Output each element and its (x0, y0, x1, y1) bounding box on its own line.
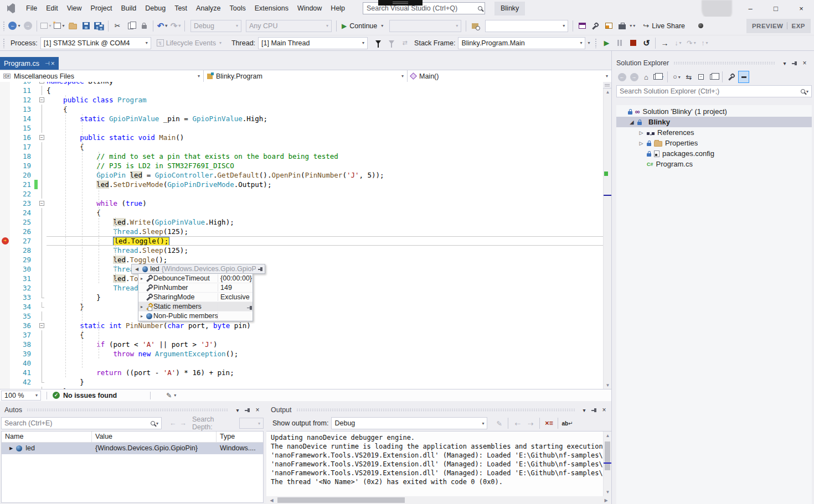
breadcrumb-member-dropdown[interactable]: Main()▾ (408, 70, 611, 82)
expander-icon[interactable]: ▸ (138, 276, 145, 281)
code-text[interactable]: static GpioPinValue _pin = GpioPinValue.… (47, 114, 267, 123)
search-back-icon[interactable]: ← (169, 419, 177, 427)
autos-row-led[interactable]: ▸led{Windows.Devices.Gpio.GpioPin}Window… (2, 443, 263, 454)
code-text[interactable]: namespace Blinky (47, 82, 113, 86)
close-icon[interactable]: × (599, 405, 609, 415)
breakpoint-margin[interactable] (0, 82, 10, 86)
menu-test[interactable]: Test (170, 0, 192, 17)
fold-margin[interactable] (38, 208, 47, 217)
breakpoint-margin[interactable] (0, 227, 10, 236)
clear-all-icon[interactable]: ×≡ (543, 417, 555, 430)
tree-item-references[interactable]: ▷References (616, 127, 812, 138)
solution-platform-combo[interactable]: Any CPU▾ (246, 20, 332, 32)
cut-button[interactable]: ✂ (111, 19, 123, 33)
menu-project[interactable]: Project (86, 0, 117, 17)
navigate-forward-button[interactable]: → (22, 19, 34, 33)
breakpoint-margin[interactable] (0, 199, 10, 208)
fold-margin[interactable] (38, 227, 47, 236)
lifecycle-events-button[interactable]: ↯ Lifecycle Events▾ (157, 37, 221, 50)
redo-button[interactable]: ↷▾ (169, 19, 182, 33)
close-icon[interactable]: × (800, 58, 810, 68)
expander-icon[interactable]: ▷ (638, 141, 644, 146)
toolbar-overflow-icon[interactable]: ▾ (630, 23, 632, 28)
fold-margin[interactable] (38, 358, 47, 368)
fold-margin[interactable] (38, 255, 47, 264)
break-all-button[interactable] (614, 37, 626, 50)
code-text[interactable]: public static void Main() (47, 133, 184, 142)
toolbar-grip[interactable] (595, 38, 597, 48)
datatip-row[interactable]: ▸Non-Public members (138, 311, 253, 321)
datatip-row[interactable]: ▸Static members (138, 302, 253, 311)
code-area[interactable]: 10−namespace Blinky11{12− public class P… (0, 82, 603, 389)
code-cleanup-dropdown-icon[interactable]: ▾ (174, 393, 176, 398)
expander-icon[interactable]: ▸ (138, 314, 145, 319)
breakpoint-margin[interactable] (0, 114, 10, 123)
menu-extensions[interactable]: Extensions (250, 0, 293, 17)
fold-margin[interactable] (38, 236, 47, 246)
fold-margin[interactable] (38, 368, 47, 377)
tree-item-solution-blinky-1-project-[interactable]: ∞Solution 'Blinky' (1 project) (616, 106, 812, 117)
breakpoint-margin[interactable] (0, 246, 10, 255)
output-horizontal-scrollbar[interactable]: ◀ ▶ (266, 496, 611, 504)
breakpoint-margin[interactable] (0, 283, 10, 293)
editor-vertical-scrollbar[interactable]: ▲ ▼ (603, 82, 611, 389)
solution-configuration-combo[interactable]: Debug▾ (190, 20, 241, 32)
properties-pages-icon[interactable] (708, 71, 719, 83)
code-text[interactable]: Thread.Sleep(125); (47, 246, 188, 255)
expander-icon[interactable]: ◢ (629, 119, 635, 125)
menu-file[interactable]: File (22, 0, 42, 17)
scroll-down-icon[interactable]: ▼ (604, 490, 611, 495)
restart-button[interactable]: ↺ (640, 37, 652, 50)
breakpoint-margin[interactable] (0, 189, 10, 199)
debug-target-combo[interactable]: ▾ (389, 20, 461, 32)
open-file-button[interactable] (66, 19, 79, 33)
flag-threads-button[interactable] (372, 37, 384, 50)
collapse-region-icon[interactable]: − (39, 135, 44, 140)
breakpoint-margin[interactable] (0, 152, 10, 161)
datatip-header[interactable]: ◀ led {Windows.Devices.Gpio.GpioPin} (131, 264, 265, 274)
tree-item-packages-config[interactable]: packages.config (616, 148, 812, 159)
home-icon[interactable]: ⌂ (641, 71, 652, 83)
thread-combo[interactable]: [1] Main Thread▾ (258, 37, 368, 49)
step-into-button[interactable]: ↓▾ (672, 37, 684, 50)
undo-button[interactable]: ↶▾ (156, 19, 168, 33)
previous-message-icon[interactable]: ⇠ (511, 417, 523, 430)
fold-margin[interactable] (38, 377, 47, 387)
code-text[interactable]: static int PinNumber(char port, byte pin… (47, 321, 251, 330)
fold-margin[interactable] (38, 274, 47, 283)
flagged-only-button[interactable] (385, 37, 398, 50)
properties-wrench-icon[interactable] (726, 71, 737, 83)
se-back-icon[interactable]: ← (616, 71, 627, 83)
breakpoint-margin[interactable] (0, 377, 10, 387)
continue-debug-button[interactable]: ▶ (600, 37, 612, 50)
breakpoint-margin[interactable] (0, 161, 10, 170)
fold-margin[interactable] (38, 123, 47, 133)
fold-margin[interactable] (38, 170, 47, 180)
fold-margin[interactable] (38, 340, 47, 349)
breakpoint-margin[interactable] (0, 95, 10, 105)
collapse-icon[interactable]: ◀ (133, 267, 140, 272)
search-forward-icon[interactable]: → (179, 419, 187, 427)
fold-margin[interactable]: − (38, 133, 47, 142)
fold-margin[interactable] (38, 152, 47, 161)
continue-button[interactable]: ▶ Continue▾ (339, 19, 385, 33)
autos-title-bar[interactable]: Autos ▾ × (0, 404, 265, 415)
tree-item-program-cs[interactable]: C#Program.cs (616, 159, 812, 169)
minimize-button[interactable]: – (738, 0, 763, 17)
scroll-up-icon[interactable]: ▲ (604, 90, 611, 95)
add-item-button[interactable]: ▾ (53, 19, 65, 33)
feedback-button[interactable] (694, 19, 707, 33)
suspend-threads-button[interactable]: ⇄ (399, 37, 411, 50)
ide-window-button[interactable] (576, 19, 588, 33)
paste-button[interactable] (138, 19, 150, 33)
menu-debug[interactable]: Debug (141, 0, 170, 17)
tree-item-properties[interactable]: ▷Properties (616, 138, 812, 148)
fold-margin[interactable]: − (38, 82, 47, 86)
breakpoint-margin[interactable] (0, 330, 10, 340)
sync-with-active-document-icon[interactable]: ⇆ (683, 71, 694, 83)
fold-margin[interactable]: − (38, 95, 47, 105)
expander-icon[interactable]: ▸ (138, 304, 145, 309)
breakpoint-margin[interactable] (0, 293, 10, 302)
code-text[interactable]: } (47, 377, 84, 387)
autos-search-box[interactable]: ▾ (1, 417, 162, 429)
